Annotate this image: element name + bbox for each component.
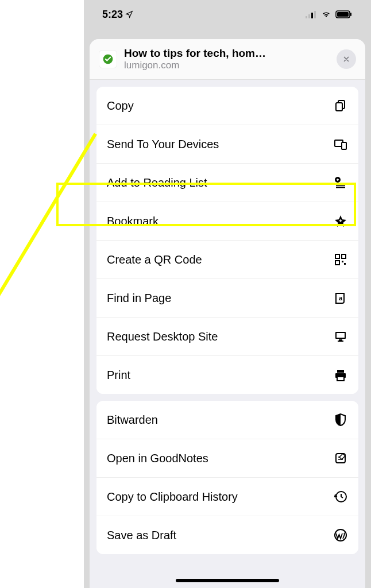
page-url: lumigon.com xyxy=(124,60,330,71)
svg-rect-11 xyxy=(342,142,346,149)
sheet-header: How to tips for tech, hom… lumigon.com xyxy=(90,39,365,80)
menu-label: Create a QR Code xyxy=(107,253,202,266)
menu-qr-code[interactable]: Create a QR Code xyxy=(96,241,358,279)
menu-label: Add to Reading List xyxy=(107,176,207,189)
clock-icon xyxy=(333,489,348,504)
menu-desktop-site[interactable]: Request Desktop Site xyxy=(96,318,358,356)
cellular-icon xyxy=(306,10,317,18)
menu-label: Save as Draft xyxy=(107,529,176,542)
svg-rect-9 xyxy=(336,103,342,111)
menu-label: Print xyxy=(107,369,130,382)
reading-list-icon xyxy=(333,175,348,190)
menu-clipboard-history[interactable]: Copy to Clipboard History xyxy=(96,478,358,516)
menu-label: Send To Your Devices xyxy=(107,138,219,151)
location-arrow-icon xyxy=(125,10,133,18)
status-bar: 5:23 xyxy=(84,0,371,29)
svg-rect-1 xyxy=(308,14,310,18)
svg-rect-15 xyxy=(335,254,339,258)
shield-icon xyxy=(333,412,348,427)
annotation-arrow xyxy=(0,133,97,341)
svg-rect-6 xyxy=(350,13,351,16)
menu-copy[interactable]: Copy xyxy=(96,87,358,125)
site-info: How to tips for tech, hom… lumigon.com xyxy=(124,47,330,71)
svg-rect-5 xyxy=(337,12,349,17)
note-icon xyxy=(333,451,348,466)
svg-rect-2 xyxy=(311,13,313,18)
desktop-icon xyxy=(333,329,348,344)
print-icon xyxy=(333,368,348,382)
menu-goodnotes[interactable]: Open in GoodNotes xyxy=(96,439,358,478)
svg-rect-24 xyxy=(338,341,343,342)
svg-text:a: a xyxy=(339,295,343,301)
svg-rect-25 xyxy=(337,370,344,373)
svg-rect-3 xyxy=(314,11,316,18)
menu-label: Request Desktop Site xyxy=(107,330,218,343)
menu-section-1: Copy Send To Your Devices Add to Reading… xyxy=(96,87,358,394)
svg-rect-14 xyxy=(336,187,345,188)
find-icon: a xyxy=(333,291,348,305)
menu-label: Copy to Clipboard History xyxy=(107,490,238,504)
wifi-icon xyxy=(320,10,332,18)
copy-icon xyxy=(333,98,348,113)
menu-send-devices[interactable]: Send To Your Devices xyxy=(96,125,358,164)
menu-print[interactable]: Print xyxy=(96,356,358,394)
devices-icon xyxy=(333,137,348,152)
menu-label: Bookmark xyxy=(107,215,159,228)
svg-rect-22 xyxy=(337,333,345,338)
wp-icon xyxy=(333,528,348,543)
status-indicators xyxy=(306,10,353,18)
battery-icon xyxy=(335,10,353,18)
svg-rect-16 xyxy=(342,254,346,258)
menu-bookmark[interactable]: Bookmark xyxy=(96,202,358,241)
menu-section-2: Bitwarden Open in GoodNotes Copy to Clip… xyxy=(96,401,358,554)
phone-screen: 5:23 How to tips for tech, hom… lumigon.… xyxy=(84,0,371,588)
menu-label: Find in Page xyxy=(107,292,171,305)
svg-rect-23 xyxy=(339,339,342,341)
star-icon xyxy=(333,214,348,229)
qr-icon xyxy=(333,252,348,267)
svg-rect-18 xyxy=(342,261,343,262)
menu-label: Copy xyxy=(107,99,134,113)
svg-rect-27 xyxy=(337,377,344,381)
menu-reading-list[interactable]: Add to Reading List xyxy=(96,164,358,202)
svg-rect-0 xyxy=(306,16,307,18)
menu-bitwarden[interactable]: Bitwarden xyxy=(96,401,358,439)
menu-save-draft[interactable]: Save as Draft xyxy=(96,516,358,554)
share-sheet: How to tips for tech, hom… lumigon.com C… xyxy=(90,39,365,588)
menu-find-page[interactable]: Find in Page a xyxy=(96,279,358,318)
svg-rect-19 xyxy=(344,263,346,265)
menu-label: Open in GoodNotes xyxy=(107,452,208,465)
status-time: 5:23 xyxy=(102,9,133,21)
svg-rect-13 xyxy=(336,184,345,186)
site-favicon xyxy=(99,50,117,68)
svg-rect-17 xyxy=(335,261,339,265)
menu-label: Bitwarden xyxy=(107,413,158,427)
page-title: How to tips for tech, hom… xyxy=(124,47,330,60)
home-indicator[interactable] xyxy=(176,579,279,582)
close-icon xyxy=(342,55,350,63)
close-button[interactable] xyxy=(337,49,356,69)
